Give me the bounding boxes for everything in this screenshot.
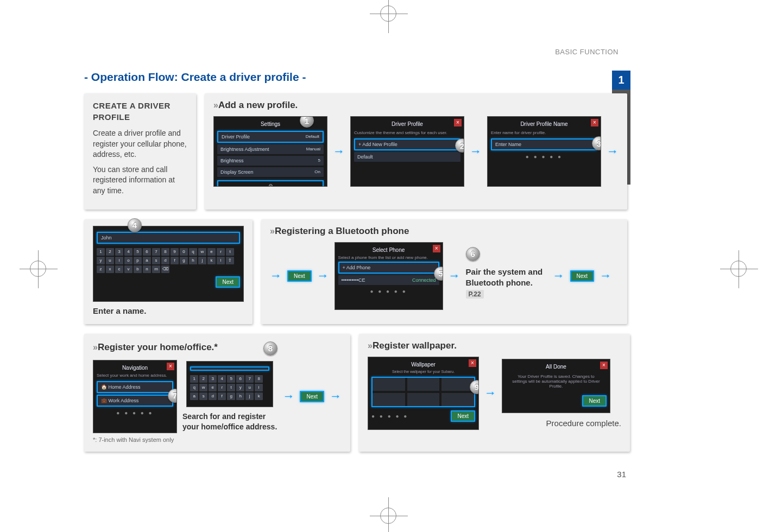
screenshot-navigation: 7 × Navigation Select your work and home… bbox=[93, 360, 177, 433]
bluetooth-panel: » Registering a Bluetooth phone → Next →… bbox=[261, 219, 627, 324]
screenshot-select-phone: 5 × Select Phone Select a phone from the… bbox=[335, 242, 443, 310]
keyboard-keys: 1234567890 qwertyuiop asdfghjkl ⇧zxcvbnm… bbox=[97, 248, 240, 273]
screenshot-driver-profile: 2 × Driver Profile Customize the theme a… bbox=[350, 116, 464, 187]
intro-heading: CREATE A DRIVER PROFILE bbox=[93, 100, 187, 123]
enter-name-caption: Enter a name. bbox=[93, 306, 244, 315]
intro-panel: CREATE A DRIVER PROFILE Create a driver … bbox=[84, 93, 196, 210]
next-button: Next bbox=[300, 391, 324, 402]
arrow-icon: → bbox=[282, 389, 294, 403]
shot7-title: Navigation bbox=[97, 364, 173, 373]
chevron-icon: » bbox=[270, 226, 273, 236]
shot1-row: Display Screen On bbox=[217, 167, 324, 177]
pager-dots: ● ● ● ● ● bbox=[371, 413, 408, 419]
intro-p2: You can store and call registered inform… bbox=[93, 164, 187, 197]
enter-name-panel: 4 John 1234567890 qwertyuiop asdfghjkl ⇧… bbox=[84, 219, 253, 324]
arrow-icon: → bbox=[607, 144, 619, 159]
wallpaper-panel: » Register wallpaper. 9 × Wallpaper Sele… bbox=[359, 334, 630, 452]
name-field: John bbox=[97, 232, 240, 244]
shot2-desc: Customize the theme and settings for eac… bbox=[354, 130, 460, 135]
next-button: Next bbox=[570, 270, 595, 282]
wallpaper-heading: Register wallpaper. bbox=[373, 340, 457, 351]
chevron-icon: » bbox=[368, 341, 370, 351]
pager-dots: ● ● ● ● ● bbox=[491, 154, 597, 160]
shot5-title: Select Phone bbox=[338, 246, 439, 255]
next-button: Next bbox=[287, 270, 312, 282]
step-badge-8: 8 bbox=[263, 341, 277, 356]
arrow-icon: → bbox=[553, 269, 565, 283]
pager-dots: ● ● ● ● ● bbox=[338, 288, 439, 294]
shot1-row: Brightness Adjustment Manual bbox=[217, 144, 324, 154]
shot9-desc: Select the wallpaper for your Subaru. bbox=[371, 370, 475, 373]
step-badge-6: 6 bbox=[466, 247, 480, 261]
add-profile-panel: » Add a new profile. 1 Settings Driver P… bbox=[205, 93, 627, 210]
shot7-home: 🏠 Home Address bbox=[97, 381, 173, 393]
shot2-add-new: + Add New Profile bbox=[354, 138, 460, 150]
shot1-row-driver-profile: Driver Profile Default bbox=[217, 131, 324, 143]
section-header: BASIC FUNCTION bbox=[555, 48, 619, 56]
shot5-add-phone: + Add Phone bbox=[338, 262, 439, 274]
shot10-msg: Your Driver Profile is saved. Changes to… bbox=[506, 372, 607, 391]
step-badge-7: 7 bbox=[168, 389, 177, 403]
pair-text: Pair the system and Bluetooth phone. P.2… bbox=[466, 267, 547, 300]
arrow-icon: → bbox=[484, 386, 496, 400]
shot3-name-field: Enter Name bbox=[491, 138, 597, 150]
close-icon: × bbox=[469, 359, 476, 367]
home-office-heading: Register your home/office.* bbox=[98, 342, 218, 353]
procedure-complete: Procedure complete. bbox=[502, 419, 621, 428]
registration-mark bbox=[30, 261, 46, 277]
chevron-icon: » bbox=[93, 343, 96, 352]
screenshot-wallpaper: 9 × Wallpaper Select the wallpaper for y… bbox=[368, 357, 479, 430]
step-badge-2: 2 bbox=[455, 138, 464, 153]
arrow-icon: → bbox=[270, 269, 282, 283]
shot9-title: Wallpaper bbox=[371, 360, 475, 370]
shot2-default: Default bbox=[354, 152, 460, 162]
arrow-icon: → bbox=[333, 144, 345, 159]
shot5-device: ••••••••••CE Connected bbox=[338, 275, 439, 285]
wallpaper-grid bbox=[371, 377, 475, 407]
step-badge-9: 9 bbox=[470, 380, 479, 394]
step-badge-4: 4 bbox=[128, 218, 142, 232]
add-profile-heading: Add a new profile. bbox=[218, 100, 298, 111]
screenshot-enter-name: 3 × Driver Profile Name Enter name for d… bbox=[487, 116, 601, 187]
close-icon: × bbox=[167, 363, 174, 370]
footnote: *: 7-inch with Navi system only bbox=[93, 436, 342, 443]
close-icon: × bbox=[454, 119, 462, 126]
shot2-title: Driver Profile bbox=[354, 120, 460, 129]
search-register-text: Search for and register your home/office… bbox=[182, 411, 277, 432]
screenshot-all-done: × All Done Your Driver Profile is saved.… bbox=[502, 359, 610, 413]
home-office-panel: » Register your home/office.* 8 7 × Navi… bbox=[84, 334, 350, 452]
close-icon: × bbox=[600, 362, 608, 369]
pager-dots: ● ● ● ● ● bbox=[97, 410, 173, 416]
chevron-icon: » bbox=[213, 100, 216, 110]
shot1-row: Brightness 5 bbox=[217, 156, 324, 166]
next-button: Next bbox=[216, 276, 240, 288]
shot5-desc: Select a phone from the list or add new … bbox=[338, 255, 439, 260]
screenshot-address-keyboard: 12345678 qwertyui asdfghjk bbox=[186, 361, 273, 407]
arrow-icon: → bbox=[600, 269, 611, 283]
arrow-icon: → bbox=[330, 389, 342, 403]
shot7-desc: Select your work and home address. bbox=[97, 373, 173, 378]
close-icon: × bbox=[433, 245, 440, 252]
registration-mark bbox=[730, 261, 747, 277]
close-icon: × bbox=[591, 119, 598, 126]
shot7-work: 💼 Work Address bbox=[97, 395, 173, 407]
intro-p1: Create a driver profile and register you… bbox=[93, 128, 187, 160]
screenshot-settings: 1 Settings Driver Profile Default Bright… bbox=[213, 116, 327, 187]
next-button: Next bbox=[451, 410, 475, 422]
page-title: - Operation Flow: Create a driver profil… bbox=[84, 71, 627, 84]
registration-mark bbox=[380, 5, 396, 22]
screenshot-keyboard: John 1234567890 qwertyuiop asdfghjkl ⇧zx… bbox=[93, 226, 244, 302]
page-number: 31 bbox=[617, 470, 626, 479]
shot10-title: All Done bbox=[506, 363, 607, 372]
keyboard-keys: 12345678 qwertyui asdfghjk bbox=[190, 375, 269, 400]
page-ref: P.22 bbox=[466, 290, 484, 299]
shot3-title: Driver Profile Name bbox=[491, 120, 597, 129]
arrow-icon: → bbox=[449, 269, 460, 283]
registration-mark bbox=[380, 508, 396, 524]
bluetooth-heading: Registering a Bluetooth phone bbox=[275, 226, 409, 237]
arrow-icon: → bbox=[317, 269, 329, 283]
arrow-icon: → bbox=[470, 144, 482, 159]
shot3-desc: Enter name for driver profile. bbox=[491, 130, 597, 135]
next-button: Next bbox=[582, 395, 607, 407]
